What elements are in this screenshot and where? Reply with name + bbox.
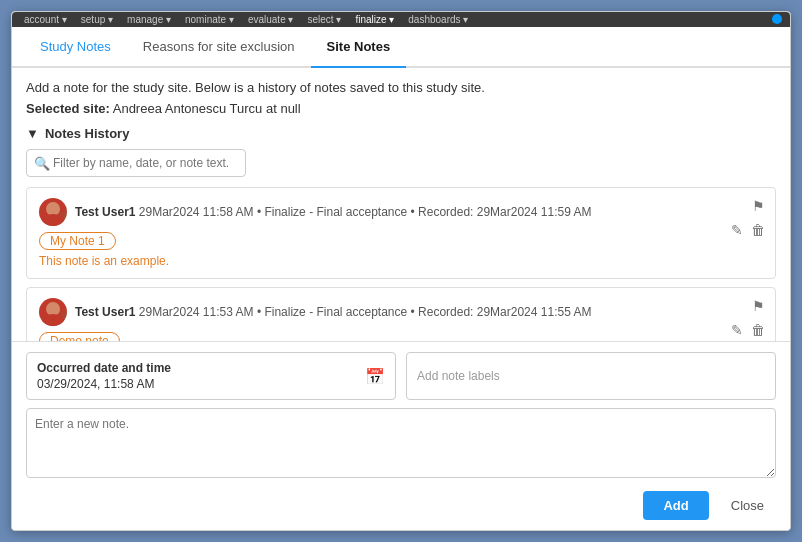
add-labels-field[interactable]: Add note labels <box>406 352 776 400</box>
add-labels-text: Add note labels <box>417 369 500 383</box>
note-card-header: Test User1 29Mar2024 11:58 AM • Finalize… <box>39 198 763 226</box>
note-delete-button[interactable]: 🗑 <box>749 320 767 340</box>
nav-setup[interactable]: setup ▾ <box>75 14 119 25</box>
note-label-tag: Demo note <box>39 332 120 341</box>
filter-input[interactable] <box>26 149 246 177</box>
avatar <box>39 198 67 226</box>
close-button[interactable]: Close <box>719 491 776 520</box>
note-action-icons: ⚑ ✎ 🗑 <box>729 296 767 340</box>
notes-list: Test User1 29Mar2024 11:58 AM • Finalize… <box>26 187 776 341</box>
modal-footer: Add Close <box>12 481 790 530</box>
tab-bar: Study Notes Reasons for site exclusion S… <box>12 27 790 68</box>
search-icon: 🔍 <box>34 155 50 170</box>
tab-study-notes[interactable]: Study Notes <box>24 27 127 68</box>
modal-body: Add a note for the study site. Below is … <box>12 68 790 341</box>
top-nav-right <box>772 14 790 24</box>
note-delete-button[interactable]: 🗑 <box>749 220 767 240</box>
nav-dashboards[interactable]: dashboards ▾ <box>402 14 474 25</box>
nav-evaluate[interactable]: evaluate ▾ <box>242 14 300 25</box>
note-edit-button[interactable]: ✎ <box>729 320 745 340</box>
note-timestamp: 29Mar2024 11:58 AM • Finalize - Final ac… <box>139 205 592 219</box>
tab-site-notes[interactable]: Site Notes <box>311 27 407 68</box>
tab-reasons[interactable]: Reasons for site exclusion <box>127 27 311 68</box>
note-timestamp: 29Mar2024 11:53 AM • Finalize - Final ac… <box>139 305 592 319</box>
nav-select[interactable]: select ▾ <box>302 14 348 25</box>
note-card-header: Test User1 29Mar2024 11:53 AM • Finalize… <box>39 298 763 326</box>
note-meta: Test User1 29Mar2024 11:53 AM • Finalize… <box>75 305 763 319</box>
add-button[interactable]: Add <box>643 491 708 520</box>
note-action-icons: ⚑ ✎ 🗑 <box>729 196 767 240</box>
notes-history-label: Notes History <box>45 126 130 141</box>
date-field[interactable]: Occurred date and time 03/29/2024, 11:58… <box>26 352 396 400</box>
nav-nominate[interactable]: nominate ▾ <box>179 14 240 25</box>
form-row: Occurred date and time 03/29/2024, 11:58… <box>26 352 776 400</box>
date-field-value: 03/29/2024, 11:58 AM <box>37 377 385 391</box>
calendar-icon: 📅 <box>365 367 385 386</box>
selected-site-value: Andreea Antonescu Turcu at null <box>113 101 301 116</box>
selected-site: Selected site: Andreea Antonescu Turcu a… <box>26 101 776 116</box>
note-edit-button[interactable]: ✎ <box>729 220 745 240</box>
avatar <box>39 298 67 326</box>
note-text: This note is an example. <box>39 254 763 268</box>
nav-finalize[interactable]: finalize ▾ <box>349 14 400 25</box>
instruction-text: Add a note for the study site. Below is … <box>26 80 776 95</box>
note-label-tag: My Note 1 <box>39 232 116 250</box>
nav-manage[interactable]: manage ▾ <box>121 14 177 25</box>
note-flag-button[interactable]: ⚑ <box>750 196 767 216</box>
nav-account[interactable]: account ▾ <box>18 14 73 25</box>
selected-site-label: Selected site: <box>26 101 110 116</box>
top-nav-bar: account ▾ setup ▾ manage ▾ nominate ▾ ev… <box>12 12 790 27</box>
note-user: Test User1 <box>75 305 135 319</box>
user-icon <box>772 14 782 24</box>
note-card: Test User1 29Mar2024 11:53 AM • Finalize… <box>26 287 776 341</box>
note-flag-button[interactable]: ⚑ <box>750 296 767 316</box>
chevron-down-icon: ▼ <box>26 126 39 141</box>
new-note-textarea[interactable] <box>26 408 776 478</box>
notes-history-toggle[interactable]: ▼ Notes History <box>26 126 776 141</box>
bottom-form: Occurred date and time 03/29/2024, 11:58… <box>12 341 790 481</box>
filter-input-wrap: 🔍 <box>26 149 246 177</box>
date-field-label: Occurred date and time <box>37 361 385 375</box>
note-card: Test User1 29Mar2024 11:58 AM • Finalize… <box>26 187 776 279</box>
note-meta: Test User1 29Mar2024 11:58 AM • Finalize… <box>75 205 763 219</box>
top-nav-items: account ▾ setup ▾ manage ▾ nominate ▾ ev… <box>12 14 772 25</box>
note-user: Test User1 <box>75 205 135 219</box>
modal-container: account ▾ setup ▾ manage ▾ nominate ▾ ev… <box>11 11 791 531</box>
